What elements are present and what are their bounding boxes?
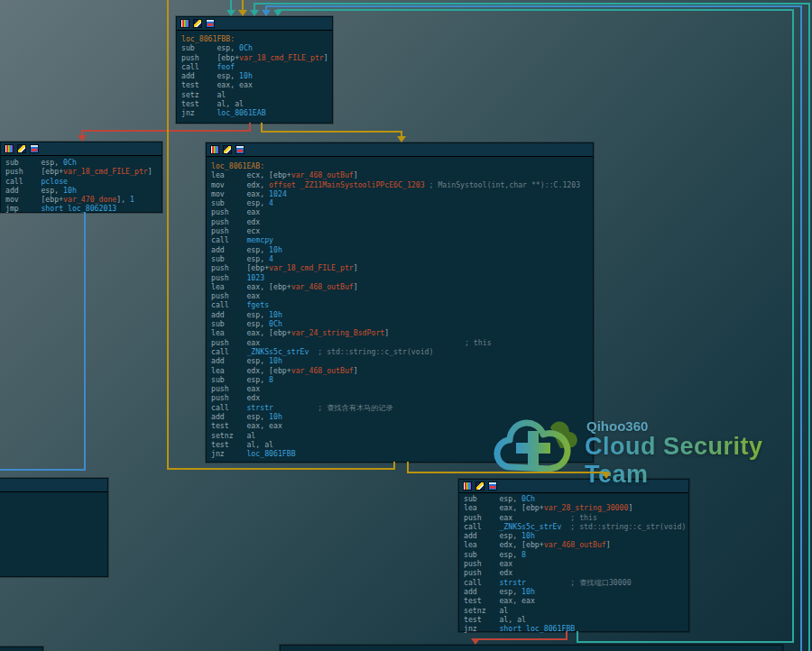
asm-line: push edx xyxy=(211,217,593,226)
pen-icon[interactable] xyxy=(193,19,202,28)
palette-icon[interactable] xyxy=(180,19,189,28)
edge-taken-to-loc_8061EAB xyxy=(261,131,402,133)
edge-taken-up-right xyxy=(277,9,279,12)
asm-line: lea edx, [ebp+var_468_outBuf] xyxy=(211,366,593,375)
node-pclose-block[interactable]: sub esp, 0Chpush [ebp+var_18_cmd_FILE_pt… xyxy=(0,142,162,213)
asm-line: push 1023 xyxy=(211,273,593,282)
node-partial-left[interactable]: string() xyxy=(0,478,108,577)
asm-line: call _ZNKSs5c_strEv ; std::string::c_str… xyxy=(211,347,593,356)
edge-incoming-teal-right xyxy=(808,3,810,651)
edge-incoming-teal-right xyxy=(254,3,810,5)
asm-line: push [ebp+var_18_cmd_FILE_ptr] xyxy=(5,167,161,176)
asm-line: mov edx, offset _ZZ11MainSystooliPPcE6C_… xyxy=(211,180,593,189)
asm-line: call _ZNKSs5c_strEv ; std::string::c_str… xyxy=(464,522,688,531)
screenshot-icon[interactable] xyxy=(488,481,497,491)
asm-line: lea eax, [ebp+var_28_string_30000] xyxy=(464,503,688,512)
edge-fallthrough-to-pclose xyxy=(81,130,251,132)
asm-line: add esp, 10h xyxy=(181,71,332,80)
asm-line: test al, al xyxy=(211,440,593,449)
edge-loop-back-left xyxy=(167,0,169,470)
node-title-bar[interactable] xyxy=(207,143,593,157)
edge-incoming-blue xyxy=(800,5,802,651)
pen-icon[interactable] xyxy=(17,144,26,153)
pen-icon[interactable] xyxy=(223,145,232,154)
graph-view-canvas[interactable]: loc_8061FBB:sub esp, 0Chpush [ebp+var_18… xyxy=(0,0,812,651)
node-title-bar[interactable] xyxy=(1,142,161,156)
asm-line: call feof xyxy=(181,62,332,71)
asm-line: push ecx xyxy=(211,226,593,235)
asm-line: push eax xyxy=(464,559,688,568)
node-partial-bottom-wide[interactable] xyxy=(280,645,783,651)
asm-line: lea edx, [ebp+var_468_outBuf] xyxy=(464,540,688,549)
palette-icon[interactable] xyxy=(463,481,472,491)
asm-line: loc_8061FBB: xyxy=(181,34,332,43)
node-loc_8061EAB[interactable]: loc_8061EAB:lea ecx, [ebp+var_468_outBuf… xyxy=(206,142,594,463)
asm-line: lea eax, [ebp+var_468_outBuf] xyxy=(211,282,593,291)
asm-line: sub esp, 4 xyxy=(211,254,593,263)
asm-line: mov [ebp+var_470_done], 1 xyxy=(5,195,161,204)
palette-icon[interactable] xyxy=(5,144,14,153)
edge-incoming-teal-top xyxy=(230,0,232,12)
edge-taken-up-right xyxy=(277,9,794,11)
asm-line: mov eax, 1024 xyxy=(211,189,593,198)
asm-line: add esp, 10h xyxy=(464,587,688,596)
node-code: sub esp, 0Chlea eax, [ebp+var_28_string_… xyxy=(459,493,688,633)
node-code: loc_8061EAB:lea ecx, [ebp+var_468_outBuf… xyxy=(207,157,593,459)
edge-incoming-blue xyxy=(265,5,267,12)
asm-line: loc_8061EAB: xyxy=(211,161,593,170)
asm-line: add esp, 10h xyxy=(211,356,593,365)
asm-line: push eax ; this xyxy=(464,513,688,522)
edge-jmp-loc_8062013 xyxy=(0,469,86,471)
edge-taken-up-right xyxy=(577,641,794,643)
asm-line: push eax ; this xyxy=(211,338,593,347)
asm-line: jnz loc_8061FBB xyxy=(211,449,593,458)
edge-loop-back-left xyxy=(167,468,395,470)
node-partial-bottom-small[interactable] xyxy=(0,646,43,651)
asm-line: add esp, 10h xyxy=(5,186,161,195)
node-code: sub esp, 0Chpush [ebp+var_18_cmd_FILE_pt… xyxy=(1,156,161,214)
asm-line: add esp, 10h xyxy=(464,531,688,540)
asm-line: call memcpy xyxy=(211,235,593,244)
edge-incoming-blue xyxy=(265,5,802,7)
asm-line: call fgets xyxy=(211,300,593,309)
screenshot-icon[interactable] xyxy=(206,19,215,28)
asm-line: add esp, 10h xyxy=(211,412,593,421)
edge-incoming-yellow-top xyxy=(242,0,244,12)
edge-to-port30000-block xyxy=(605,472,607,474)
asm-line: push edx xyxy=(464,568,688,577)
node-title-bar[interactable] xyxy=(177,17,332,31)
pen-icon[interactable] xyxy=(475,481,484,491)
node-title-bar[interactable] xyxy=(0,479,107,492)
edge-incoming-teal-right xyxy=(254,3,255,12)
screenshot-icon[interactable] xyxy=(30,144,39,153)
asm-line: call pclose xyxy=(5,177,161,186)
node-port30000-block[interactable]: sub esp, 0Chlea eax, [ebp+var_28_string_… xyxy=(458,479,689,632)
asm-line: call strstr ; 查找端口30000 xyxy=(464,578,688,587)
asm-line: push eax xyxy=(211,207,593,216)
asm-line: test al, al xyxy=(181,99,332,108)
edge-fallthrough-bottom xyxy=(475,638,476,640)
node-title-bar[interactable] xyxy=(459,480,688,493)
edge-taken-to-loc_8061EAB xyxy=(401,131,402,138)
watermark-brand: Qihoo360 xyxy=(586,418,648,434)
screenshot-icon[interactable] xyxy=(235,145,245,154)
node-loc_8061FBB[interactable]: loc_8061FBB:sub esp, 0Chpush [ebp+var_18… xyxy=(176,16,333,124)
asm-line: setz al xyxy=(181,90,332,99)
asm-line: push edx xyxy=(211,393,593,402)
asm-line: sub esp, 0Ch xyxy=(5,158,161,167)
asm-line: call strstr ; 查找含有木马的记录 xyxy=(211,403,593,412)
edge-taken-up-right xyxy=(792,9,794,643)
asm-line: sub esp, 0Ch xyxy=(181,43,332,52)
palette-icon[interactable] xyxy=(210,145,219,154)
edge-jmp-loc_8062013 xyxy=(84,212,86,471)
asm-line: test eax, eax xyxy=(211,421,593,430)
asm-line: sub esp, 0Ch xyxy=(211,319,593,328)
asm-line: setnz al xyxy=(211,431,593,440)
asm-line: test al, al xyxy=(464,615,688,624)
asm-line: test eax, eax xyxy=(464,596,688,605)
asm-line: push eax xyxy=(211,384,593,393)
asm-line: add esp, 10h xyxy=(211,245,593,254)
edge-fallthrough-to-pclose xyxy=(81,130,83,137)
asm-line: jnz loc_8061EAB xyxy=(181,108,332,117)
edge-fallthrough-bottom xyxy=(475,638,567,640)
